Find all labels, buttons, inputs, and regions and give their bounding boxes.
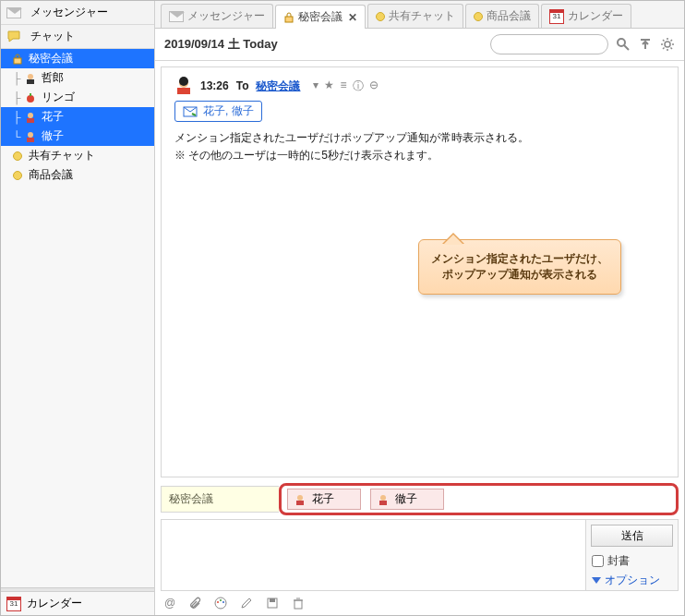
user-avatar-icon: [23, 110, 38, 125]
options-label: オプション: [605, 573, 660, 588]
sidebar-section-messenger[interactable]: メッセンジャー: [1, 1, 154, 25]
tree-branch-icon: └: [10, 130, 23, 143]
message-line: メンション指定されたユーザだけポップアップ通知が常時表示される。: [174, 129, 665, 147]
svg-point-3: [27, 95, 34, 103]
sidebar-member-label: 徹子: [42, 128, 64, 144]
calendar-icon: 31: [6, 597, 21, 611]
tab-bar: メッセンジャー 秘密会議 ✕ 共有チャット 商品会議 31 カレンダー: [155, 1, 684, 29]
search-icon[interactable]: [616, 37, 631, 52]
sidebar-messenger-label: メッセンジャー: [30, 5, 108, 20]
user-avatar-icon: [23, 71, 38, 86]
sealed-checkbox[interactable]: [592, 555, 604, 567]
palette-icon[interactable]: [214, 597, 227, 610]
trash-icon[interactable]: [292, 597, 305, 610]
sidebar-room-label: 共有チャット: [29, 148, 95, 163]
triangle-down-icon: [592, 577, 601, 584]
tab-product[interactable]: 商品会議: [465, 4, 539, 28]
tree-branch-icon: ├: [10, 72, 23, 85]
mention-icon[interactable]: @: [164, 597, 175, 610]
sidebar-section-calendar[interactable]: 31 カレンダー: [1, 591, 154, 615]
edit-icon[interactable]: [240, 597, 253, 610]
save-icon[interactable]: [266, 597, 279, 610]
sidebar-room-secret[interactable]: 秘密会議: [1, 49, 154, 68]
envelope-icon: [169, 11, 184, 22]
svg-rect-0: [14, 58, 21, 64]
sidebar-member-label: リンゴ: [42, 90, 75, 105]
mention-badge[interactable]: 花子, 徹子: [174, 101, 262, 122]
sidebar-room-product[interactable]: 商品会議: [1, 165, 154, 185]
list-icon[interactable]: ≡: [340, 79, 346, 94]
tab-calendar[interactable]: 31 カレンダー: [541, 4, 631, 28]
callout-line: メンション指定されたユーザだけ、: [428, 251, 611, 267]
sidebar-member[interactable]: ├ 花子: [1, 107, 154, 127]
info-icon[interactable]: ⓘ: [353, 79, 364, 94]
svg-point-7: [28, 132, 33, 138]
sidebar-section-chat[interactable]: チャット: [1, 25, 154, 49]
sidebar: メッセンジャー チャット 秘密会議 ├ 哲郎 ├ リンゴ: [1, 1, 155, 615]
tab-messenger[interactable]: メッセンジャー: [161, 4, 273, 28]
svg-rect-2: [27, 79, 34, 84]
svg-point-32: [220, 599, 222, 601]
sidebar-calendar-label: カレンダー: [27, 596, 82, 611]
options-toggle[interactable]: オプション: [586, 571, 678, 590]
svg-point-33: [222, 601, 224, 603]
compose-area: 送信 封書 オプション: [161, 519, 679, 591]
sidebar-member[interactable]: └ 徹子: [1, 127, 154, 146]
svg-rect-4: [30, 93, 31, 96]
user-avatar-icon: [174, 77, 193, 95]
svg-rect-6: [27, 118, 34, 123]
attach-icon[interactable]: [188, 597, 201, 610]
chat-bubble-icon: [6, 30, 21, 44]
message-input[interactable]: [162, 520, 585, 590]
recipient-chips-highlight: 花子 徹子: [279, 483, 679, 515]
svg-point-5: [28, 113, 33, 118]
svg-rect-9: [285, 17, 293, 22]
scroll-top-icon[interactable]: [638, 37, 653, 52]
sidebar-member[interactable]: ├ 哲郎: [1, 68, 154, 88]
chevron-down-icon[interactable]: ▾: [313, 79, 318, 94]
tree-branch-icon: ├: [10, 111, 23, 124]
sidebar-room-label: 商品会議: [29, 167, 73, 183]
sidebar-chat-label: チャット: [30, 29, 75, 44]
tab-secret[interactable]: 秘密会議 ✕: [275, 5, 366, 29]
main-panel: メッセンジャー 秘密会議 ✕ 共有チャット 商品会議 31 カレンダー 2019…: [155, 1, 684, 615]
svg-rect-29: [379, 501, 387, 505]
lock-icon: [283, 12, 294, 23]
svg-point-26: [297, 495, 303, 501]
search-input[interactable]: [490, 34, 608, 54]
message-body: メンション指定されたユーザだけポップアップ通知が常時表示される。 ※ その他のユ…: [174, 129, 665, 164]
dot-icon: [474, 12, 483, 21]
tab-shared[interactable]: 共有チャット: [367, 4, 463, 28]
user-avatar-icon: [377, 493, 390, 506]
gear-icon[interactable]: [660, 37, 675, 52]
message-to-room[interactable]: 秘密会議: [256, 79, 300, 94]
envelope-icon: [6, 6, 21, 20]
sidebar-member-label: 哲郎: [42, 70, 64, 86]
tab-label: メッセンジャー: [187, 8, 265, 24]
send-button[interactable]: 送信: [591, 525, 673, 547]
tab-label: 秘密会議: [298, 9, 342, 25]
tab-close-icon[interactable]: ✕: [348, 11, 357, 24]
sidebar-room-shared[interactable]: 共有チャット: [1, 146, 154, 165]
sidebar-member[interactable]: ├ リンゴ: [1, 88, 154, 107]
lock-icon: [10, 52, 25, 66]
recipient-chip[interactable]: 花子: [287, 489, 361, 510]
apple-icon: [23, 91, 38, 105]
recipient-room-label[interactable]: 秘密会議: [161, 486, 279, 513]
message-line: ※ その他のユーザは一時的に5秒だけ表示されます。: [174, 147, 665, 164]
dot-icon: [10, 168, 25, 183]
sidebar-member-label: 花子: [42, 109, 64, 125]
svg-line-19: [671, 48, 673, 50]
recipient-chip[interactable]: 徹子: [370, 489, 444, 510]
message-action-icons: ▾ ★ ≡ ⓘ ⊖: [313, 79, 378, 94]
svg-point-13: [665, 42, 670, 47]
sealed-checkbox-row[interactable]: 封書: [586, 551, 678, 571]
svg-rect-23: [177, 88, 190, 94]
compose-toolbar: @: [155, 591, 684, 615]
sidebar-room-label: 秘密会議: [29, 51, 73, 66]
sidebar-tree: 秘密会議 ├ 哲郎 ├ リンゴ ├ 花子 └ 徹子: [1, 49, 154, 587]
svg-line-18: [663, 40, 665, 42]
star-icon[interactable]: ★: [324, 79, 334, 94]
date-toolbar: 2019/09/14 土 Today: [155, 29, 684, 61]
minus-icon[interactable]: ⊖: [369, 79, 379, 94]
